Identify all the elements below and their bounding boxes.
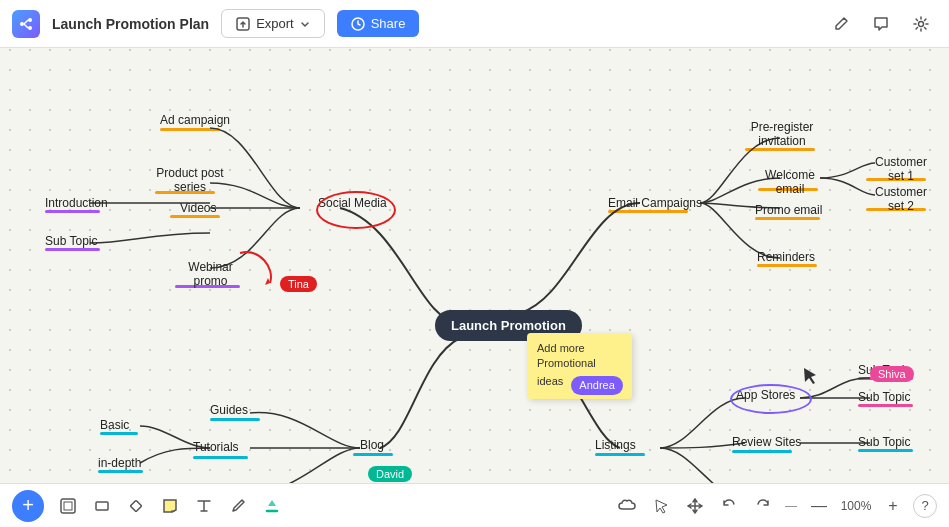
diamond-tool-btn[interactable] — [122, 492, 150, 520]
comment-icon-btn[interactable] — [865, 8, 897, 40]
sub-topic-r3-node[interactable]: Sub Topic — [858, 435, 910, 449]
comment-icon — [873, 16, 889, 32]
header: Launch Promotion Plan Export Share — [0, 0, 949, 48]
move-icon — [686, 497, 704, 515]
in-depth-node[interactable]: in-depth — [98, 456, 141, 470]
andrea-cursor: Andrea — [571, 376, 622, 395]
email-campaigns-node[interactable]: Email Campaigns — [608, 196, 702, 210]
move-icon-btn[interactable] — [681, 492, 709, 520]
svg-rect-10 — [64, 502, 72, 510]
share-button[interactable]: Share — [337, 10, 420, 37]
svg-line-3 — [24, 20, 28, 24]
product-post-node[interactable]: Product post series — [155, 166, 225, 194]
svg-point-2 — [28, 26, 32, 30]
email-campaigns-bar — [608, 210, 688, 213]
basic-node[interactable]: Basic — [100, 418, 129, 432]
blog-node[interactable]: Blog — [360, 438, 384, 452]
listings-bar — [595, 453, 645, 456]
highlight-icon — [263, 497, 281, 515]
export-icon — [236, 17, 250, 31]
sticky-note-tool-btn[interactable] — [156, 492, 184, 520]
listings-node[interactable]: Listings — [595, 438, 636, 452]
sticky-note[interactable]: Add more Promotional ideas Andrea — [527, 333, 632, 399]
zoom-out-btn[interactable]: — — [805, 492, 833, 520]
pre-register-bar — [745, 148, 815, 151]
cloud-icon — [618, 499, 636, 513]
toolbar-right: — — 100% + ? — [613, 492, 937, 520]
svg-marker-8 — [265, 278, 270, 285]
share-icon — [351, 17, 365, 31]
reminders-bar — [757, 264, 817, 267]
pen-tool-btn[interactable] — [224, 492, 252, 520]
guides-bar — [210, 418, 260, 421]
svg-point-0 — [20, 22, 24, 26]
guides-node[interactable]: Guides — [210, 403, 248, 417]
customer-set-2-node[interactable]: Customer set 2 — [866, 185, 936, 213]
redo-btn[interactable] — [749, 492, 777, 520]
rectangle-tool-btn[interactable] — [88, 492, 116, 520]
redo-icon — [755, 498, 771, 514]
edit-icon — [833, 16, 849, 32]
tina-cursor: Tina — [280, 276, 317, 292]
svg-rect-12 — [130, 500, 141, 511]
zoom-in-btn[interactable]: + — [879, 492, 907, 520]
add-button[interactable]: + — [12, 490, 44, 522]
project-title: Launch Promotion Plan — [52, 16, 209, 32]
sub-topic-left-bar — [45, 248, 100, 251]
zoom-controls: — 100% + — [805, 492, 907, 520]
webinar-promo-node[interactable]: Webinar promo — [178, 260, 243, 288]
text-tool-btn[interactable] — [190, 492, 218, 520]
basic-bar — [100, 432, 138, 435]
header-right — [825, 8, 937, 40]
review-sites-node[interactable]: Review Sites — [732, 435, 801, 449]
frame-tool-btn[interactable] — [54, 492, 82, 520]
introduction-node[interactable]: Introduction — [45, 196, 108, 210]
promo-email-bar — [755, 217, 820, 220]
tutorials-bar — [193, 456, 248, 459]
shiva-cursor: Shiva — [870, 366, 914, 382]
undo-icon — [721, 498, 737, 514]
blog-bar — [353, 453, 393, 456]
cursor-pointer-icon — [800, 366, 824, 390]
sticky-note-icon — [161, 497, 179, 515]
promo-email-node[interactable]: Promo email — [755, 203, 822, 217]
introduction-bar — [45, 210, 100, 213]
videos-bar — [170, 215, 220, 218]
svg-rect-11 — [96, 502, 108, 510]
sub-topic-left-node[interactable]: Sub Topic — [45, 234, 97, 248]
chevron-down-icon — [300, 19, 310, 29]
undo-btn[interactable] — [715, 492, 743, 520]
tutorials-node[interactable]: Tutorials — [193, 440, 239, 454]
sub-topic-r3-bar — [858, 449, 913, 452]
text-icon — [195, 497, 213, 515]
cursor-icon — [653, 498, 669, 514]
review-sites-bar — [732, 450, 792, 453]
svg-rect-9 — [61, 499, 75, 513]
frame-icon — [59, 497, 77, 515]
reminders-node[interactable]: Reminders — [757, 250, 815, 264]
customer-set-1-node[interactable]: Customer set 1 — [866, 155, 936, 183]
sub-topic-r2-node[interactable]: Sub Topic — [858, 390, 910, 404]
pen-icon — [229, 497, 247, 515]
svg-point-7 — [919, 21, 924, 26]
help-btn[interactable]: ? — [913, 494, 937, 518]
ad-campaign-bar — [160, 128, 220, 131]
zoom-level: 100% — [837, 499, 875, 513]
settings-icon-btn[interactable] — [905, 8, 937, 40]
canvas[interactable]: Launch Promotion Social Media Ad campaig… — [0, 48, 949, 483]
sub-topic-r2-bar — [858, 404, 913, 407]
diamond-icon — [127, 497, 145, 515]
settings-icon — [913, 16, 929, 32]
highlight-tool-btn[interactable] — [258, 492, 286, 520]
svg-line-4 — [24, 24, 28, 28]
edit-icon-btn[interactable] — [825, 8, 857, 40]
zoom-divider: — — [785, 499, 797, 513]
cloud-icon-btn[interactable] — [613, 492, 641, 520]
export-button[interactable]: Export — [221, 9, 325, 38]
videos-node[interactable]: Videos — [180, 201, 216, 215]
pre-register-node[interactable]: Pre-register invitation — [742, 120, 822, 148]
welcome-email-node[interactable]: Welcome email — [755, 168, 825, 196]
ad-campaign-node[interactable]: Ad campaign — [160, 113, 230, 127]
social-media-circle — [316, 191, 396, 229]
cursor-icon-btn[interactable] — [647, 492, 675, 520]
